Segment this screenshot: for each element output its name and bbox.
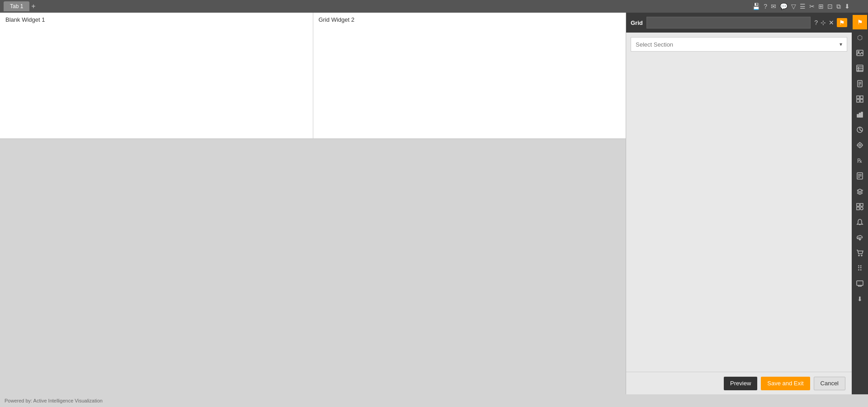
svg-point-1 [858, 52, 859, 53]
cut-icon[interactable]: ✂ [809, 3, 815, 10]
svg-point-23 [859, 144, 861, 146]
chevron-down-icon: ▾ [840, 41, 842, 47]
image-sidebar-icon[interactable] [853, 46, 867, 60]
svg-rect-34 [857, 207, 859, 210]
cart-sidebar-icon[interactable] [853, 246, 867, 260]
grid-widget-2-label: Grid Widget 2 [319, 16, 354, 23]
svg-rect-11 [857, 96, 859, 99]
select-section-dropdown[interactable]: Select Section ▾ [631, 37, 847, 52]
svg-rect-12 [860, 96, 863, 99]
footer-text: Powered by: Active Intelligence Visualiz… [5, 398, 103, 403]
help-icon[interactable]: ? [764, 3, 767, 10]
svg-rect-33 [860, 204, 863, 206]
filter-icon[interactable]: ▽ [791, 3, 796, 10]
grid-widget-2: Grid Widget 2 [313, 13, 626, 138]
svg-rect-16 [857, 114, 859, 117]
pie-chart-sidebar-icon[interactable] [853, 123, 867, 137]
svg-point-22 [858, 143, 862, 147]
svg-rect-14 [860, 99, 863, 102]
blank-widget-1: Blank Widget 1 [0, 13, 313, 138]
panel-close-icon[interactable]: ✕ [829, 19, 834, 26]
preview-button[interactable]: Preview [724, 377, 757, 390]
panel-help-icon[interactable]: ? [814, 19, 818, 26]
table-sidebar-icon[interactable] [853, 61, 867, 76]
chat-icon[interactable]: 💬 [780, 3, 788, 10]
save-icon[interactable]: 💾 [752, 3, 760, 10]
svg-point-35 [860, 207, 863, 210]
save-and-exit-button[interactable]: Save and Exit [761, 377, 810, 390]
bell-sidebar-icon[interactable] [853, 215, 867, 229]
screen-sidebar-icon[interactable] [853, 276, 867, 291]
cancel-button[interactable]: Cancel [814, 377, 845, 390]
grid-icon[interactable]: ⊞ [818, 3, 824, 10]
blank-widget-1-label: Blank Widget 1 [5, 16, 45, 23]
right-panel: Grid ? ⊹ ✕ ⚑ Select Section ▾ Preview Sa… [626, 13, 852, 394]
panel-title: Grid [631, 19, 643, 26]
shape-sidebar-icon[interactable]: ⬡ [853, 30, 867, 45]
svg-rect-13 [857, 99, 859, 102]
panel-active-icon[interactable]: ⚑ [837, 18, 847, 27]
canvas-bottom [0, 139, 626, 394]
top-bar-icons: 💾 ? ✉ 💬 ▽ ☰ ✂ ⊞ ⊡ ⧉ ⬇ [752, 0, 850, 13]
panel-move-icon[interactable]: ⊹ [821, 19, 826, 26]
svg-point-38 [859, 255, 859, 256]
panel-header: Grid ? ⊹ ✕ ⚑ [626, 13, 852, 33]
resize-icon[interactable]: ⊡ [827, 3, 833, 10]
flag-sidebar-icon[interactable]: ⚑ [853, 15, 867, 29]
cloud-sidebar-icon[interactable] [853, 230, 867, 245]
file-sidebar-icon[interactable] [853, 169, 867, 183]
svg-point-39 [861, 255, 862, 256]
main-area: Blank Widget 1 Grid Widget 2 Grid ? ⊹ ✕ … [0, 13, 868, 394]
email-icon[interactable]: ✉ [771, 3, 776, 10]
panel-footer: Preview Save and Exit Cancel [626, 372, 852, 394]
svg-line-21 [860, 130, 862, 131]
canvas-area: Blank Widget 1 Grid Widget 2 [0, 13, 626, 394]
svg-rect-32 [857, 204, 859, 206]
rx-sidebar-icon[interactable]: ℞ [853, 153, 867, 168]
copy-icon[interactable]: ⧉ [836, 3, 841, 10]
svg-rect-17 [859, 113, 861, 117]
top-bar: Tab 1 + 💾 ? ✉ 💬 ▽ ☰ ✂ ⊞ ⊡ ⧉ ⬇ [0, 0, 868, 13]
panel-header-icons: ? ⊹ ✕ ⚑ [814, 18, 847, 27]
analytics-sidebar-icon[interactable] [853, 138, 867, 152]
layers-sidebar-icon[interactable] [853, 184, 867, 199]
document-sidebar-icon[interactable] [853, 76, 867, 91]
svg-rect-18 [861, 112, 863, 117]
down-sidebar-icon[interactable]: ⬇ [853, 292, 867, 306]
footer: Powered by: Active Intelligence Visualiz… [0, 394, 868, 407]
add-tab-button[interactable]: + [31, 2, 35, 10]
svg-rect-40 [857, 281, 863, 285]
canvas-top: Blank Widget 1 Grid Widget 2 [0, 13, 626, 139]
far-right-sidebar: ⚑ ⬡ [852, 13, 868, 394]
filter2-icon[interactable]: ☰ [800, 3, 806, 10]
grid-chart-sidebar-icon[interactable] [853, 92, 867, 106]
dots-grid-sidebar-icon[interactable]: ⠿ [853, 261, 867, 275]
panel-title-input[interactable] [646, 17, 811, 28]
widget-sidebar-icon[interactable] [853, 199, 867, 214]
panel-content: Select Section ▾ [626, 33, 852, 372]
tab-1[interactable]: Tab 1 [4, 1, 29, 11]
download-icon[interactable]: ⬇ [844, 3, 850, 10]
bar-chart-sidebar-icon[interactable] [853, 107, 867, 122]
select-section-label: Select Section [636, 41, 840, 48]
tab-1-label: Tab 1 [10, 3, 23, 9]
